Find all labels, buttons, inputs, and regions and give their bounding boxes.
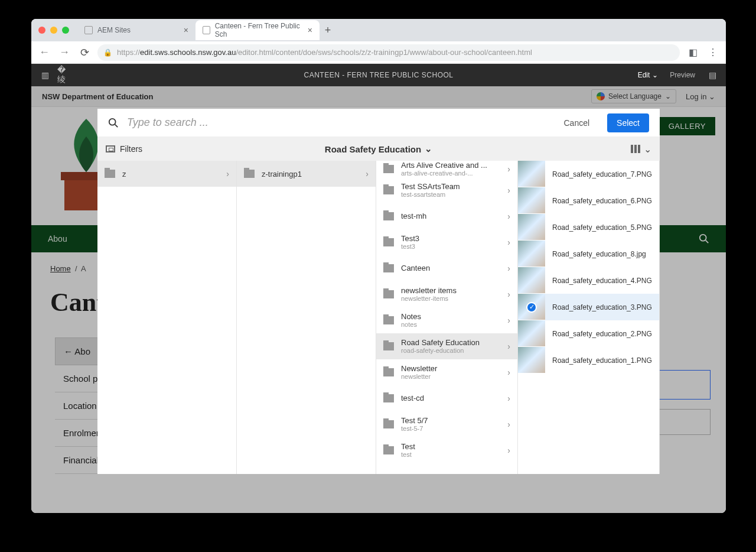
edit-mode-dropdown[interactable]: Edit ⌄ <box>638 71 659 79</box>
forward-button[interactable]: → <box>57 46 71 59</box>
browser-window: AEM Sites × Canteen - Fern Tree Public S… <box>31 19 726 513</box>
asset-row[interactable]: ✓Road_safety_education_3.PNG <box>518 294 659 320</box>
folder-row[interactable]: Test SSArtsTeamtest-ssartsteam› <box>376 177 517 203</box>
page-area: ▥ �绫 CANTEEN - FERN TREE PUBLIC SCHOOL E… <box>31 64 726 513</box>
folder-row[interactable]: Test 5/7test-5-7› <box>376 411 517 437</box>
folder-row[interactable]: test-cd› <box>376 385 517 411</box>
asset-row[interactable]: Road_safety_education_5.PNG <box>518 214 659 241</box>
browser-tab-aem[interactable]: AEM Sites × <box>77 20 195 40</box>
browser-tab-canteen[interactable]: Canteen - Fern Tree Public Sch × <box>195 20 320 40</box>
fullscreen-window-icon[interactable] <box>62 27 69 34</box>
modal-toolbar: Filters Road Safety Education ⌄ ⌄ <box>97 137 660 161</box>
folder-icon <box>383 238 394 246</box>
column-4: Road_safety_education_7.PNGRoad_safety_e… <box>518 161 660 474</box>
column-browser: z› z-trainingp1› Arts Alive Creative and… <box>97 161 660 474</box>
new-tab-button[interactable]: + <box>320 22 336 38</box>
close-window-icon[interactable] <box>38 27 45 34</box>
asset-picker-modal: Cancel Select Filters Road Safety Educat… <box>97 109 660 474</box>
address-bar[interactable]: 🔒 https://edit.sws.schools.nsw.gov.au/ed… <box>97 44 680 61</box>
folder-row[interactable]: test-mh› <box>376 203 517 229</box>
favicon-icon <box>203 26 210 34</box>
folder-icon <box>383 342 394 350</box>
url-text: https://edit.sws.schools.nsw.gov.au/edit… <box>117 48 532 57</box>
reload-button[interactable]: ⟳ <box>77 46 92 59</box>
asset-row[interactable]: Road_safety_education_2.PNG <box>518 320 659 347</box>
chevron-down-icon: ⌄ <box>644 144 651 155</box>
column-1: z› <box>97 161 237 474</box>
asset-thumbnail <box>518 267 545 294</box>
asset-filename: Road_safety_education_6.PNG <box>545 197 652 205</box>
asset-thumbnail <box>518 347 545 374</box>
folder-row[interactable]: Notesnotes› <box>376 307 517 333</box>
back-button[interactable]: ← <box>37 46 51 59</box>
asset-row[interactable]: Road_safety_education_1.PNG <box>518 347 659 374</box>
search-icon <box>108 118 119 128</box>
asset-row[interactable]: Road_safety_education_6.PNG <box>518 187 659 214</box>
window-controls <box>38 27 69 34</box>
aem-editor-bar: ▥ �绫 CANTEEN - FERN TREE PUBLIC SCHOOL E… <box>31 64 726 86</box>
folder-z-trainingp1[interactable]: z-trainingp1› <box>237 161 376 187</box>
page-info-icon[interactable]: ▤ <box>707 70 718 80</box>
folder-row[interactable]: newsletter itemsnewsletter-items› <box>376 281 517 307</box>
select-button[interactable]: Select <box>607 113 649 132</box>
asset-thumbnail <box>518 161 545 187</box>
chevron-right-icon: › <box>507 394 510 403</box>
tab-bar: AEM Sites × Canteen - Fern Tree Public S… <box>31 19 726 41</box>
folder-icon <box>383 446 394 454</box>
svg-line-5 <box>115 124 118 127</box>
preview-button[interactable]: Preview <box>670 71 695 79</box>
chevron-right-icon: › <box>507 164 510 174</box>
chevron-right-icon: › <box>507 186 510 195</box>
folder-icon <box>105 170 115 178</box>
asset-filename: Road_safety_education_1.PNG <box>545 356 652 365</box>
tab-close-icon[interactable]: × <box>184 25 188 35</box>
menu-icon[interactable]: ⋮ <box>706 47 720 58</box>
folder-row[interactable]: Newsletternewsletter› <box>376 359 517 385</box>
profile-icon[interactable]: ◧ <box>686 47 700 58</box>
chevron-down-icon: ⌄ <box>652 71 658 79</box>
asset-row[interactable]: Road_safety_education_4.PNG <box>518 267 659 294</box>
asset-filename: Road_safety_education_3.PNG <box>545 303 652 311</box>
columns-icon <box>631 145 640 153</box>
tab-close-icon[interactable]: × <box>308 25 312 35</box>
folder-row[interactable]: Canteen› <box>376 255 517 281</box>
folder-row[interactable]: Test3test3› <box>376 229 517 255</box>
folder-icon <box>383 368 394 376</box>
favicon-icon <box>84 26 93 34</box>
chevron-right-icon: › <box>507 238 510 247</box>
tab-title: Canteen - Fern Tree Public Sch <box>215 22 303 38</box>
svg-point-4 <box>109 118 116 125</box>
asset-thumbnail <box>518 214 545 241</box>
asset-row[interactable]: Road_safety_education_7.PNG <box>518 161 659 187</box>
breadcrumb-title[interactable]: Road Safety Education ⌄ <box>97 144 660 154</box>
search-input[interactable] <box>127 116 555 129</box>
asset-row[interactable]: Road_safety_education_8.jpg <box>518 241 659 267</box>
chevron-right-icon: › <box>507 446 510 455</box>
column-3: Arts Alive Creative and ...arts-alive-cr… <box>376 161 518 474</box>
folder-icon <box>383 316 394 324</box>
folder-row[interactable]: Testtest› <box>376 437 517 463</box>
asset-filename: Road_safety_education_5.PNG <box>545 223 652 232</box>
chevron-right-icon: › <box>507 212 510 221</box>
folder-row[interactable]: Road Safety Educationroad-safety-educati… <box>376 333 517 359</box>
cancel-button[interactable]: Cancel <box>563 118 589 128</box>
chevron-down-icon: ⌄ <box>425 144 432 154</box>
folder-icon <box>244 170 255 178</box>
minimize-window-icon[interactable] <box>50 27 57 34</box>
folder-z[interactable]: z› <box>97 161 236 187</box>
folder-icon <box>383 212 394 220</box>
asset-filename: Road_safety_education_2.PNG <box>545 330 652 338</box>
column-2: z-trainingp1› <box>237 161 376 474</box>
chevron-right-icon: › <box>507 264 510 273</box>
browser-toolbar: ← → ⟳ 🔒 https://edit.sws.schools.nsw.gov… <box>31 41 726 64</box>
folder-icon <box>383 290 394 298</box>
chevron-right-icon: › <box>507 368 510 377</box>
view-switcher[interactable]: ⌄ <box>631 144 651 155</box>
folder-icon <box>383 420 394 428</box>
chevron-right-icon: › <box>507 342 510 351</box>
asset-filename: Road_safety_education_7.PNG <box>545 170 652 178</box>
folder-row[interactable]: Arts Alive Creative and ...arts-alive-cr… <box>376 161 517 177</box>
asset-thumbnail <box>518 187 545 214</box>
asset-filename: Road_safety_education_8.jpg <box>545 250 646 258</box>
lock-icon: 🔒 <box>103 48 112 57</box>
